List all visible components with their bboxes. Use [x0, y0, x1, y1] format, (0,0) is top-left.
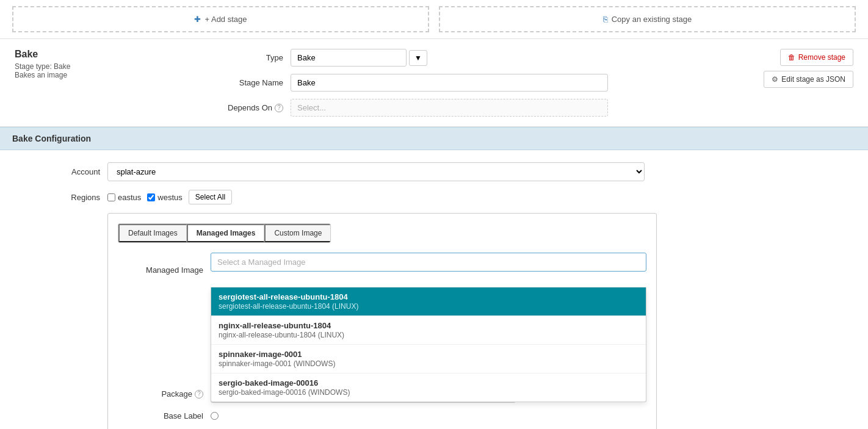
- plus-icon: ✚: [194, 15, 201, 24]
- top-bar: ✚ + Add stage ⎘ Copy an existing stage: [0, 0, 868, 39]
- tab-default-images[interactable]: Default Images: [118, 224, 187, 242]
- regions-label: Regions: [15, 193, 100, 202]
- region-westus-checkbox[interactable]: [147, 193, 155, 201]
- region-westus-label[interactable]: westus: [147, 193, 182, 202]
- account-row: Account splat-azure prod-azure dev-azure: [15, 162, 853, 181]
- region-eastus-label[interactable]: eastus: [107, 193, 141, 202]
- managed-image-item-0[interactable]: sergiotest-all-release-ubuntu-1804 sergi…: [211, 287, 646, 316]
- edit-json-button[interactable]: ⚙ Edit stage as JSON: [764, 71, 853, 88]
- account-select[interactable]: splat-azure prod-azure dev-azure: [107, 162, 645, 181]
- managed-image-item-3[interactable]: sergio-baked-image-00016 sergio-baked-im…: [211, 373, 646, 402]
- stage-name-label: Stage Name: [210, 78, 283, 87]
- regions-row: Regions eastus westus Select All: [15, 190, 853, 204]
- managed-image-list: sergiotest-all-release-ubuntu-1804 sergi…: [211, 287, 646, 402]
- copy-stage-label: Copy an existing stage: [612, 15, 692, 24]
- managed-image-item-2[interactable]: spinnaker-image-0001 spinnaker-image-000…: [211, 345, 646, 373]
- gear-icon: ⚙: [772, 75, 778, 84]
- type-wrap: ▼: [291, 49, 427, 67]
- tab-custom-image[interactable]: Custom Image: [264, 224, 330, 242]
- stage-actions: 🗑 Remove stage ⚙ Edit stage as JSON: [764, 49, 853, 88]
- depends-on-select[interactable]: Select...: [291, 99, 608, 117]
- base-label-label: Base Label: [118, 411, 203, 420]
- tab-managed-images[interactable]: Managed Images: [187, 224, 265, 242]
- image-tabs-container-row: Default Images Managed Images Custom Ima…: [15, 213, 853, 429]
- add-stage-button[interactable]: ✚ + Add stage: [12, 6, 429, 32]
- stage-desc: Bakes an image: [15, 71, 198, 79]
- depends-on-row: Depends On ? Select...: [210, 99, 751, 117]
- type-label: Type: [210, 53, 283, 62]
- stage-form: Type ▼ Stage Name Depends On ? Select...: [210, 49, 751, 117]
- stage-title: Bake: [15, 49, 198, 60]
- remove-stage-button[interactable]: 🗑 Remove stage: [780, 49, 853, 66]
- base-label-row: Base Label: [118, 411, 646, 420]
- base-label-radio-input[interactable]: [211, 412, 219, 420]
- copy-icon: ⎘: [603, 15, 608, 24]
- managed-image-label: Managed Image: [118, 265, 203, 275]
- image-tabs: Default Images Managed Images Custom Ima…: [118, 223, 331, 243]
- add-stage-label: + Add stage: [204, 15, 247, 24]
- managed-image-row: Managed Image Select a Managed Image ser…: [118, 253, 646, 287]
- regions-wrap: eastus westus Select All: [107, 190, 232, 204]
- select-all-button[interactable]: Select All: [189, 190, 232, 204]
- managed-image-search[interactable]: [211, 272, 646, 287]
- package-label: Package ?: [118, 389, 203, 398]
- stage-header: Bake Stage type: Bake Bakes an image Typ…: [0, 39, 868, 127]
- stage-type-label: Stage type: Bake: [15, 62, 198, 71]
- bake-config-header: Bake Configuration: [0, 127, 868, 150]
- package-help-icon: ?: [195, 390, 203, 398]
- region-eastus-checkbox[interactable]: [107, 193, 115, 201]
- stage-name-input[interactable]: [291, 74, 608, 92]
- change-type-button[interactable]: ▼: [409, 50, 427, 66]
- type-input[interactable]: [291, 49, 407, 67]
- managed-image-placeholder: Select a Managed Image: [217, 258, 306, 267]
- depends-on-help-icon: ?: [275, 104, 283, 112]
- account-label: Account: [15, 167, 100, 176]
- managed-image-item-1[interactable]: nginx-all-release-ubuntu-1804 nginx-all-…: [211, 316, 646, 345]
- managed-image-trigger[interactable]: Select a Managed Image: [211, 253, 646, 272]
- copy-stage-button[interactable]: ⎘ Copy an existing stage: [439, 6, 856, 32]
- type-row: Type ▼: [210, 49, 751, 67]
- base-label-radio[interactable]: [211, 412, 219, 420]
- depends-on-label: Depends On ?: [210, 103, 283, 112]
- image-tabs-container: Default Images Managed Images Custom Ima…: [107, 213, 657, 429]
- config-body: Account splat-azure prod-azure dev-azure…: [0, 150, 868, 429]
- managed-image-dropdown: Select a Managed Image sergiotest-all-re…: [211, 253, 646, 287]
- trash-icon: 🗑: [788, 53, 795, 62]
- stage-info: Bake Stage type: Bake Bakes an image: [15, 49, 198, 79]
- stage-name-row: Stage Name: [210, 74, 751, 92]
